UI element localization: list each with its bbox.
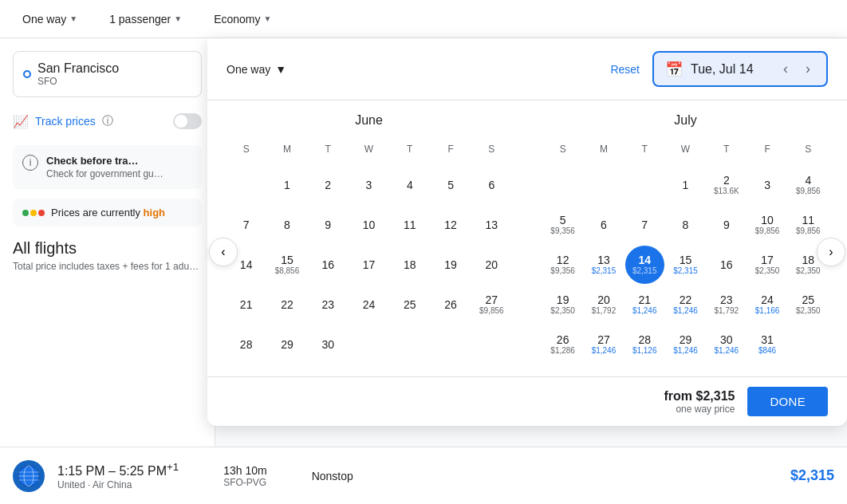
july-day-5[interactable]: 5$9,356 [543, 206, 582, 244]
july-day-31[interactable]: 31$846 [747, 325, 786, 364]
july-day-header-s2: S [789, 140, 828, 158]
june-day-6[interactable]: 6 [472, 166, 511, 204]
next-month-button[interactable]: › [817, 238, 845, 266]
july-day-9[interactable]: 9 [707, 206, 746, 244]
june-empty-end-1 [349, 325, 388, 364]
june-day-2[interactable]: 2 [309, 166, 348, 204]
june-day-5[interactable]: 5 [431, 166, 470, 204]
july-day-17[interactable]: 17$2,350 [747, 246, 786, 284]
july-day-25[interactable]: 25$2,350 [789, 285, 828, 324]
july-day-1[interactable]: 1 [666, 166, 705, 204]
next-date-button[interactable]: › [801, 59, 815, 79]
july-day-26[interactable]: 26$1,286 [543, 325, 582, 364]
sidebar: San Francisco SFO 📈 Track prices ⓘ i Che… [0, 38, 215, 504]
june-day-11[interactable]: 11 [390, 206, 429, 244]
july-day-29[interactable]: 29$1,246 [666, 325, 705, 364]
july-day-8[interactable]: 8 [666, 206, 705, 244]
june-day-8[interactable]: 8 [267, 206, 306, 244]
trip-type-button[interactable]: One way ▼ [13, 8, 87, 30]
june-day-12[interactable]: 12 [431, 206, 470, 244]
july-day-27[interactable]: 27$1,246 [584, 325, 623, 364]
done-button[interactable]: DONE [747, 387, 828, 416]
june-day-9[interactable]: 9 [309, 206, 348, 244]
july-day-24[interactable]: 24$1,166 [747, 285, 786, 324]
june-day-24[interactable]: 24 [349, 285, 388, 324]
june-day-26[interactable]: 26 [431, 285, 470, 324]
july-day-21[interactable]: 21$1,246 [625, 285, 664, 324]
june-day-13[interactable]: 13 [472, 206, 511, 244]
june-day-1[interactable]: 1 [267, 166, 306, 204]
calendar-one-way-label: One way [227, 63, 270, 76]
june-day-20[interactable]: 20 [472, 246, 511, 284]
travel-notice-card: i Check before tra… Check for government… [13, 145, 202, 189]
calendar-icon: 📅 [665, 61, 683, 78]
flight-duration: 13h 10m [223, 464, 266, 477]
flight-airline-names: United · Air China [57, 479, 179, 490]
calendar-trip-type[interactable]: One way ▼ [227, 63, 286, 76]
airline-globe-icon [17, 464, 41, 488]
july-day-11[interactable]: 11$9,856 [789, 206, 828, 244]
flight-stops-info: Nonstop [312, 470, 353, 482]
day-header-s2: S [472, 140, 511, 158]
june-day-29[interactable]: 29 [267, 325, 306, 364]
july-day-4[interactable]: 4$9,856 [789, 166, 828, 204]
day-header-f1: F [431, 140, 470, 158]
july-day-15[interactable]: 15$2,315 [666, 246, 705, 284]
june-day-18[interactable]: 18 [390, 246, 429, 284]
july-day-3[interactable]: 3 [747, 166, 786, 204]
july-day-20[interactable]: 20$1,792 [584, 285, 623, 324]
july-day-header-w1: W [666, 140, 705, 158]
date-selector[interactable]: 📅 Tue, Jul 14 ‹ › [652, 51, 828, 87]
price-dot-green [22, 210, 29, 216]
june-day-28[interactable]: 28 [227, 325, 266, 364]
selected-date-text: Tue, Jul 14 [691, 62, 770, 77]
prev-date-button[interactable]: ‹ [778, 59, 793, 79]
june-day-21[interactable]: 21 [227, 285, 266, 324]
prev-month-button[interactable]: ‹ [209, 238, 238, 266]
class-button[interactable]: Economy ▼ [204, 8, 281, 30]
june-day-3[interactable]: 3 [349, 166, 388, 204]
july-day-19[interactable]: 19$2,350 [543, 285, 582, 324]
origin-field[interactable]: San Francisco SFO [13, 51, 202, 97]
july-day-28[interactable]: 28$1,126 [625, 325, 664, 364]
from-price-sub: one way price [664, 404, 735, 415]
june-day-17[interactable]: 17 [349, 246, 388, 284]
july-day-header-t1: T [625, 140, 664, 158]
june-day-16[interactable]: 16 [309, 246, 348, 284]
june-day-30[interactable]: 30 [309, 325, 348, 364]
june-day-27[interactable]: 27$9,856 [472, 285, 511, 324]
june-day-4[interactable]: 4 [390, 166, 429, 204]
july-day-10[interactable]: 10$9,856 [747, 206, 786, 244]
june-day-15[interactable]: 15$8,856 [267, 246, 306, 284]
reset-button[interactable]: Reset [610, 63, 640, 76]
trip-type-label: One way [22, 13, 66, 26]
june-day-25[interactable]: 25 [390, 285, 429, 324]
july-day-13[interactable]: 13$2,315 [584, 246, 623, 284]
july-day-14-selected[interactable]: 14$2,315 [625, 246, 664, 284]
july-day-6[interactable]: 6 [584, 206, 623, 244]
july-day-30[interactable]: 30$1,246 [707, 325, 746, 364]
passengers-button[interactable]: 1 passenger ▼ [100, 8, 191, 30]
track-prices-label: Track prices [35, 115, 96, 128]
july-day-16[interactable]: 16 [707, 246, 746, 284]
day-header-s1: S [227, 140, 266, 158]
june-empty-1 [227, 166, 266, 204]
july-day-2[interactable]: 2$13.6K [707, 166, 746, 204]
july-day-7[interactable]: 7 [625, 206, 664, 244]
track-prices-row: 📈 Track prices ⓘ [13, 107, 202, 136]
track-prices-toggle[interactable] [173, 113, 202, 129]
notice-title: Check before tra… [46, 155, 163, 167]
june-day-19[interactable]: 19 [431, 246, 470, 284]
calendar-header: One way ▼ Reset 📅 Tue, Jul 14 ‹ › [207, 38, 847, 100]
july-day-22[interactable]: 22$1,246 [666, 285, 705, 324]
june-day-7[interactable]: 7 [227, 206, 266, 244]
trip-type-chevron: ▼ [69, 14, 77, 23]
july-day-23[interactable]: 23$1,792 [707, 285, 746, 324]
flight-card[interactable]: 1:15 PM – 5:25 PM+1 United · Air China 1… [0, 447, 847, 504]
july-day-12[interactable]: 12$9,356 [543, 246, 582, 284]
june-day-23[interactable]: 23 [309, 285, 348, 324]
june-day-22[interactable]: 22 [267, 285, 306, 324]
july-empty-end-1 [789, 325, 828, 364]
june-day-10[interactable]: 10 [349, 206, 388, 244]
july-day-header-f1: F [747, 140, 786, 158]
